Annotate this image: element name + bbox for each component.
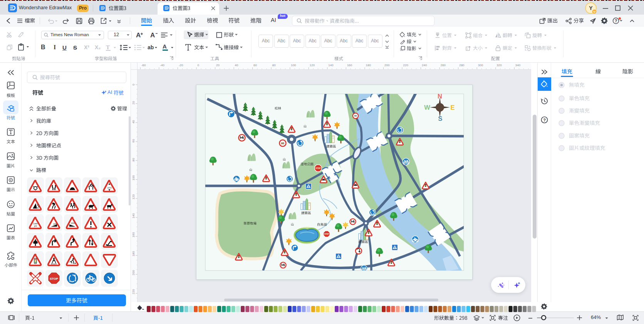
svg-text:180: 180 (366, 63, 371, 67)
svg-text:14-6: 14-6 (107, 187, 111, 189)
svg-text:60: 60 (132, 139, 135, 142)
svg-text:I: I (467, 47, 468, 51)
svg-text:-20: -20 (179, 63, 183, 67)
svg-text:STOP: STOP (315, 167, 321, 169)
svg-text:?: ? (615, 18, 617, 23)
svg-text:100: 100 (132, 175, 135, 180)
svg-text:10%: 10% (71, 222, 75, 224)
svg-text:160: 160 (347, 63, 352, 67)
svg-text:220: 220 (132, 289, 135, 294)
svg-text:Cattle: Cattle (33, 223, 38, 225)
svg-text:A: A (163, 43, 167, 50)
svg-text:120: 120 (132, 194, 135, 199)
svg-text:200: 200 (384, 63, 390, 67)
svg-text:160: 160 (132, 232, 135, 237)
svg-text:S: S (438, 115, 442, 122)
svg-text:40: 40 (235, 63, 238, 67)
svg-text:280: 280 (459, 63, 465, 67)
svg-text:STOP: STOP (50, 277, 58, 281)
svg-text:0: 0 (132, 84, 135, 86)
svg-text:20: 20 (216, 63, 220, 67)
svg-text:grid: grid (34, 225, 37, 227)
svg-text:260: 260 (441, 63, 446, 67)
svg-text:-60: -60 (141, 63, 146, 67)
svg-text:20: 20 (132, 101, 135, 104)
svg-text:220: 220 (403, 63, 409, 67)
svg-text:60: 60 (281, 142, 284, 145)
svg-text:10%: 10% (53, 223, 57, 225)
svg-text:100: 100 (291, 63, 296, 67)
svg-text:180: 180 (132, 251, 135, 256)
svg-text:340: 340 (515, 63, 521, 67)
svg-text:W: W (424, 104, 430, 111)
svg-text:40: 40 (132, 120, 135, 124)
svg-text:320: 320 (496, 63, 502, 67)
svg-text:140: 140 (132, 213, 135, 219)
svg-text:A: A (136, 32, 141, 39)
svg-text:240: 240 (422, 63, 427, 67)
svg-text:0: 0 (198, 63, 200, 67)
svg-text:E: E (450, 104, 454, 111)
svg-text:60: 60 (354, 115, 357, 117)
svg-text:?: ? (543, 118, 546, 122)
svg-text:-40: -40 (160, 63, 164, 67)
svg-text:80: 80 (132, 158, 135, 161)
svg-text:T: T (106, 44, 110, 50)
svg-text:A: A (150, 32, 155, 39)
svg-text:STOP: STOP (324, 233, 329, 235)
svg-text:60: 60 (253, 63, 257, 67)
svg-text:Y: Y (589, 5, 593, 11)
svg-text:200: 200 (132, 270, 135, 276)
svg-text:140: 140 (328, 63, 334, 67)
svg-text:120: 120 (310, 63, 315, 67)
svg-text:80: 80 (272, 63, 276, 67)
svg-text:300: 300 (478, 63, 483, 67)
